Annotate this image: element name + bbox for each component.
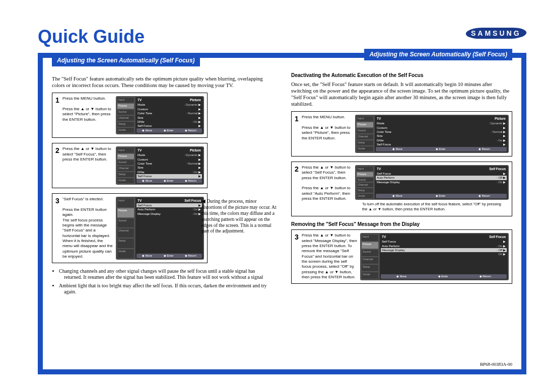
section-bar-left: Adjusting the Screen Automatically (Self… xyxy=(52,55,200,66)
osd-screenshot: InputPictureSoundChannelSetupGuideTVPict… xyxy=(355,115,509,153)
left-step3: 3 "Self Focus" is elected. Press the ENT… xyxy=(52,193,208,263)
subheading-1: Deactivating the Automatic Execution of … xyxy=(291,72,512,79)
step-text: "Self Focus" is elected. Press the ENTER… xyxy=(62,197,116,260)
right-step2: 2 Press the ▲ or ▼ button to select "Sel… xyxy=(291,162,512,216)
tip-note: To turn off the automatic execution of t… xyxy=(362,202,507,212)
page-title: Quick Guide xyxy=(38,26,145,47)
step-text: Press the MENU button. Press the ▲ or ▼ … xyxy=(302,115,355,153)
brand-logo: SAMSUNG xyxy=(466,28,526,39)
page: Quick Guide SAMSUNG Adjusting the Screen… xyxy=(0,0,544,392)
section-bar-right: Adjusting the Screen Automatically (Self… xyxy=(364,49,512,60)
step-text: Press the ▲ or ▼ button to select "Self … xyxy=(302,165,355,202)
osd-screenshot: InputPictureSoundChannelSetupGuideTVSelf… xyxy=(360,233,509,280)
osd-screenshot: InputPictureSoundChannelSetupGuideTVSelf… xyxy=(116,197,204,260)
bullet-list: Changing channels and any other signal c… xyxy=(52,268,273,295)
step-text: Press the ▲ or ▼ button to select "Messa… xyxy=(302,233,360,280)
right-step3: 3 Press the ▲ or ▼ button to select "Mes… xyxy=(291,229,512,284)
osd-screenshot: InputPictureSoundChannelSetupGuideTVPict… xyxy=(116,96,204,134)
left-step1: 1 Press the MENU button. Press the ▲ or … xyxy=(52,93,208,138)
left-step2: 2 Press the ▲ or ▼ button to select "Sel… xyxy=(52,143,208,188)
osd-screenshot: InputPictureSoundChannelSetupGuideTVSelf… xyxy=(355,165,509,200)
intro-text: The "Self Focus" feature automatically s… xyxy=(52,75,273,89)
bullet-item: Changing channels and any other signal c… xyxy=(59,268,273,281)
right-column: Adjusting the Screen Automatically (Self… xyxy=(282,58,521,369)
step-text: Press the MENU button. Press the ▲ or ▼ … xyxy=(62,96,116,134)
content-frame: Adjusting the Screen Automatically (Self… xyxy=(38,53,526,374)
bullet-item: Ambient light that is too bright may aff… xyxy=(59,283,273,295)
intro-right-1: Once set, the "Self Focus" feature start… xyxy=(291,81,512,108)
subheading-2: Removing the "Self Focus" Message from t… xyxy=(291,221,512,228)
side-note: ◀ During the process, minor distortions … xyxy=(201,199,277,234)
document-number: BP68-00383A-00 xyxy=(480,362,512,367)
osd-screenshot: InputPictureSoundChannelSetupGuideTVPict… xyxy=(116,146,204,185)
right-step1: 1 Press the MENU button. Press the ▲ or … xyxy=(291,111,512,156)
left-column: Adjusting the Screen Automatically (Self… xyxy=(43,58,282,369)
step-text: Press the ▲ or ▼ button to select "Self … xyxy=(62,146,116,185)
